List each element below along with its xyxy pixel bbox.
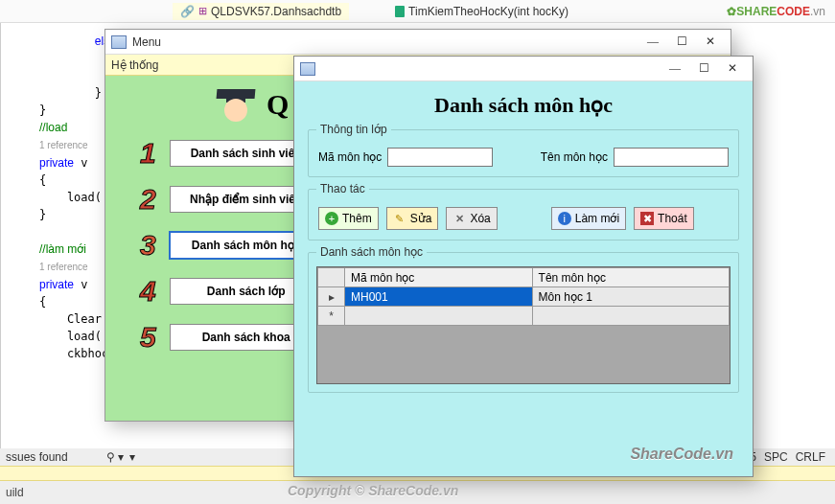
plus-icon: + bbox=[325, 212, 338, 225]
input-tenmonhoc[interactable] bbox=[614, 148, 729, 167]
groupbox-actions-legend: Thao tác bbox=[316, 182, 369, 195]
maximize-icon[interactable]: ☐ bbox=[689, 59, 718, 79]
btn-thoat[interactable]: ✖Thoát bbox=[634, 207, 694, 230]
pencil-icon: ✎ bbox=[393, 212, 406, 225]
app-icon bbox=[111, 35, 127, 49]
exit-icon: ✖ bbox=[640, 212, 654, 225]
menu-title: Menu bbox=[132, 35, 638, 49]
input-mamonhoc[interactable] bbox=[387, 148, 493, 167]
eol-mode: CRLF bbox=[792, 450, 829, 464]
graduate-icon bbox=[217, 85, 255, 124]
groupbox-info-legend: Thông tin lớp bbox=[316, 123, 391, 136]
close-icon[interactable]: ✕ bbox=[718, 59, 747, 79]
groupbox-actions: Thao tác +Thêm ✎Sửa ✕Xóa iLàm mới ✖Thoát bbox=[308, 189, 739, 241]
col-tenmonhoc[interactable]: Tên môn học bbox=[532, 268, 729, 287]
app-title-partial: Q bbox=[267, 88, 289, 121]
ide-tab-bar: 🔗 ⊞ QLDSVK57.Danhsachdtb TimKiemTheoHocK… bbox=[0, 0, 835, 23]
cell-name[interactable]: Môn học 1 bbox=[532, 287, 729, 307]
label-mamonhoc: Mã môn học bbox=[318, 150, 382, 164]
label-tenmonhoc: Tên môn học bbox=[541, 150, 608, 164]
watermark-copyright: Copyright © ShareCode.vn bbox=[288, 483, 458, 498]
ide-tab-label: QLDSVK57.Danhsachdtb bbox=[211, 5, 341, 18]
link-icon: 🔗 bbox=[180, 5, 195, 18]
btn-them[interactable]: +Thêm bbox=[318, 207, 379, 230]
ide-tab-method[interactable]: TimKiemTheoHocKy(int hocKy) bbox=[387, 3, 576, 20]
filter-icon-2[interactable]: ▾ bbox=[129, 450, 135, 464]
row-indicator-icon: ▸ bbox=[318, 287, 345, 307]
refresh-icon: i bbox=[558, 212, 571, 225]
btn-sua[interactable]: ✎Sửa bbox=[386, 207, 439, 230]
groupbox-info: Thông tin lớp Mã môn học Tên môn học bbox=[308, 129, 739, 177]
minimize-icon[interactable]: — bbox=[661, 59, 689, 79]
datagrid[interactable]: Mã môn học Tên môn học ▸ MH001 Môn học 1… bbox=[316, 266, 731, 384]
groupbox-list-legend: Danh sách môn học bbox=[316, 245, 427, 259]
method-icon bbox=[395, 6, 405, 17]
number-3-icon: 3 bbox=[140, 229, 156, 262]
number-1-icon: 1 bbox=[140, 137, 156, 170]
col-mamonhoc[interactable]: Mã môn học bbox=[345, 268, 533, 287]
maximize-icon[interactable]: ☐ bbox=[667, 33, 696, 52]
groupbox-list: Danh sách môn học Mã môn học Tên môn học… bbox=[308, 252, 739, 393]
dialog-titlebar[interactable]: — ☐ ✕ bbox=[294, 57, 753, 81]
dialog-client: Danh sách môn học Thông tin lớp Mã môn h… bbox=[294, 81, 753, 476]
subject-dialog: — ☐ ✕ Danh sách môn học Thông tin lớp Mã… bbox=[293, 56, 754, 477]
btn-lammoi[interactable]: iLàm mới bbox=[551, 207, 626, 230]
datagrid-empty-area bbox=[317, 326, 730, 383]
build-label[interactable]: uild bbox=[6, 486, 24, 499]
filter-icon[interactable]: ⚲ ▾ bbox=[106, 450, 124, 464]
btn-xoa[interactable]: ✕Xóa bbox=[446, 207, 497, 230]
close-icon[interactable]: ✕ bbox=[696, 33, 725, 52]
csharp-icon: ⊞ bbox=[198, 5, 207, 17]
menu-item-hethong[interactable]: Hệ thống bbox=[111, 58, 158, 72]
number-4-icon: 4 bbox=[140, 275, 156, 308]
number-5-icon: 5 bbox=[140, 321, 156, 354]
ide-tab-label: TimKiemTheoHocKy(int hocKy) bbox=[408, 5, 568, 18]
issues-text: ssues found bbox=[6, 450, 68, 464]
datagrid-header-row: Mã môn học Tên môn học bbox=[318, 268, 730, 287]
datagrid-newrow[interactable]: * bbox=[318, 307, 730, 326]
cell-code[interactable]: MH001 bbox=[345, 287, 533, 307]
datagrid-row[interactable]: ▸ MH001 Môn học 1 bbox=[318, 287, 730, 307]
indent-mode: SPC bbox=[760, 450, 792, 464]
app-icon bbox=[300, 62, 315, 76]
watermark-sharecode: ShareCode.vn bbox=[630, 446, 733, 463]
minimize-icon[interactable]: — bbox=[638, 33, 667, 52]
menu-titlebar[interactable]: Menu — ☐ ✕ bbox=[105, 30, 731, 55]
ide-tab-danhsachdtb[interactable]: 🔗 ⊞ QLDSVK57.Danhsachdtb bbox=[173, 3, 349, 20]
newrow-indicator-icon: * bbox=[318, 307, 345, 326]
number-2-icon: 2 bbox=[140, 183, 156, 216]
sharecode-logo: ✿SHARECODE.vn bbox=[727, 2, 825, 18]
delete-icon: ✕ bbox=[452, 212, 466, 225]
dialog-heading: Danh sách môn học bbox=[308, 93, 739, 118]
